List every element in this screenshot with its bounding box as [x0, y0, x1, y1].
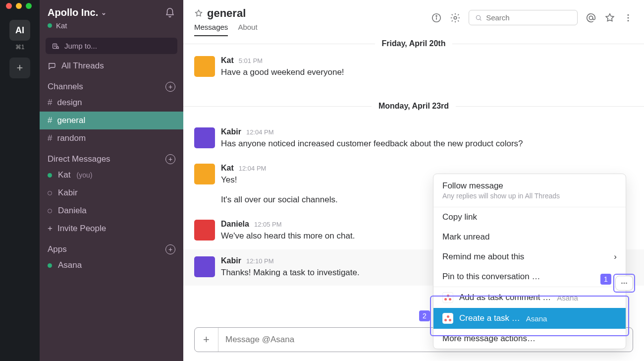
minimize-window-icon[interactable] — [16, 3, 22, 9]
workspace-tile[interactable]: AI — [9, 20, 30, 41]
add-channel-button[interactable]: + — [165, 82, 175, 92]
ctx-remind-me[interactable]: Remind me about this› — [433, 247, 626, 267]
workspace-rail: AI ⌘1 + — [0, 0, 40, 361]
workspace-switcher[interactable]: Apollo Inc. ⌄ — [48, 7, 107, 18]
apps-label: Apps — [48, 244, 67, 254]
svg-point-9 — [476, 15, 480, 19]
channels-label: Channels — [48, 82, 83, 92]
threads-icon — [48, 61, 56, 70]
message-author[interactable]: Kabir — [221, 127, 241, 136]
message-text: Have a good weekend everyone! — [221, 66, 633, 79]
jump-icon — [52, 42, 59, 50]
svg-point-13 — [628, 17, 629, 18]
channel-design[interactable]: #design — [40, 94, 183, 112]
channel-label: general — [57, 116, 85, 125]
message-time: 12:04 PM — [246, 128, 274, 136]
message-author[interactable]: Kat — [221, 164, 234, 173]
workspace-shortcut: ⌘1 — [15, 44, 25, 51]
avatar[interactable] — [194, 220, 215, 241]
invite-label: Invite People — [57, 224, 106, 234]
jump-to-label: Jump to... — [64, 42, 97, 50]
window-controls — [0, 3, 32, 9]
svg-point-12 — [628, 14, 629, 15]
message-author[interactable]: Kabir — [221, 256, 241, 265]
message-author[interactable]: Daniela — [221, 220, 249, 229]
dm-kat[interactable]: Kat(you) — [40, 166, 183, 184]
dm-label: Daniela — [58, 206, 87, 216]
notifications-bell-icon[interactable] — [164, 7, 175, 18]
message-row: Kabir12:04 PM Has anyone noticed increas… — [183, 120, 644, 157]
date-divider: Monday, April 23rd — [183, 102, 644, 111]
star-outline-icon[interactable] — [194, 9, 203, 18]
workspace-name: Apollo Inc. — [48, 7, 98, 18]
svg-line-10 — [480, 19, 481, 20]
svg-point-8 — [454, 16, 457, 19]
hash-icon: # — [48, 133, 52, 143]
dms-section-header: Direct Messages + — [40, 147, 183, 166]
dm-daniela[interactable]: Daniela — [40, 202, 183, 220]
dms-label: Direct Messages — [48, 154, 110, 164]
more-vertical-icon[interactable] — [623, 13, 633, 23]
composer-add-button[interactable]: + — [195, 328, 218, 352]
maximize-window-icon[interactable] — [26, 3, 32, 9]
presence-online-icon — [48, 173, 52, 178]
svg-point-7 — [436, 15, 437, 16]
add-dm-button[interactable]: + — [165, 154, 175, 164]
date-divider: Friday, April 20th — [183, 39, 644, 48]
chevron-right-icon: › — [614, 252, 617, 262]
channel-random[interactable]: #random — [40, 129, 183, 147]
channel-general[interactable]: #general — [40, 112, 183, 129]
main-panel: general Messages About Friday, — [183, 0, 644, 361]
presence-offline-icon — [48, 191, 52, 195]
jump-to-input[interactable]: Jump to... — [46, 38, 177, 54]
ctx-mark-unread[interactable]: Mark unread — [433, 227, 626, 247]
svg-point-11 — [589, 16, 592, 19]
tab-about[interactable]: About — [238, 23, 257, 36]
all-threads-link[interactable]: All Threads — [40, 57, 183, 75]
app-asana[interactable]: Asana — [40, 256, 183, 274]
presence-online-icon — [48, 23, 52, 28]
svg-line-4 — [58, 48, 58, 49]
ctx-pin[interactable]: Pin to this conversation … — [433, 267, 626, 287]
message-time: 12:04 PM — [239, 165, 267, 172]
avatar[interactable] — [194, 256, 215, 277]
search-field[interactable] — [486, 13, 571, 22]
message-time: 5:01 PM — [239, 57, 263, 64]
add-app-button[interactable]: + — [165, 244, 175, 254]
you-suffix: (you) — [77, 171, 93, 179]
current-user-presence[interactable]: Kat — [40, 21, 183, 35]
dm-label: Kabir — [58, 188, 78, 198]
channel-title: general — [194, 7, 258, 20]
avatar[interactable] — [194, 127, 215, 148]
callout-badge-1: 1 — [600, 274, 611, 285]
current-user-name: Kat — [56, 21, 67, 30]
message-text: Has anyone noticed increased customer fe… — [221, 137, 633, 150]
ctx-follow-message[interactable]: Follow message Any replies will show up … — [433, 174, 626, 207]
dm-label: Kat — [58, 170, 71, 180]
add-workspace-button[interactable]: + — [9, 58, 30, 78]
ctx-copy-link[interactable]: Copy link — [433, 207, 626, 227]
apps-section-header: Apps + — [40, 238, 183, 256]
avatar[interactable] — [194, 164, 215, 184]
sidebar: Apollo Inc. ⌄ Kat Jump to... All Threads… — [40, 0, 183, 361]
all-threads-label: All Threads — [61, 61, 104, 71]
ctx-follow-title: Follow message — [442, 181, 617, 191]
callout-box-1 — [613, 274, 635, 293]
search-input[interactable] — [469, 10, 578, 25]
channel-label: design — [57, 98, 82, 108]
app-label: Asana — [58, 260, 82, 270]
hash-icon: # — [48, 98, 52, 108]
mentions-at-icon[interactable] — [586, 12, 596, 23]
star-icon[interactable] — [604, 12, 615, 23]
avatar[interactable] — [194, 56, 215, 77]
tab-messages[interactable]: Messages — [194, 23, 228, 36]
dm-kabir[interactable]: Kabir — [40, 184, 183, 202]
svg-point-14 — [628, 20, 629, 21]
close-window-icon[interactable] — [6, 3, 12, 9]
search-icon — [475, 14, 482, 22]
invite-people-link[interactable]: +Invite People — [40, 220, 183, 238]
message-author[interactable]: Kat — [221, 56, 234, 65]
channel-settings-gear-icon[interactable] — [450, 12, 461, 23]
channel-details-icon[interactable] — [431, 12, 442, 23]
channel-label: random — [57, 133, 86, 143]
